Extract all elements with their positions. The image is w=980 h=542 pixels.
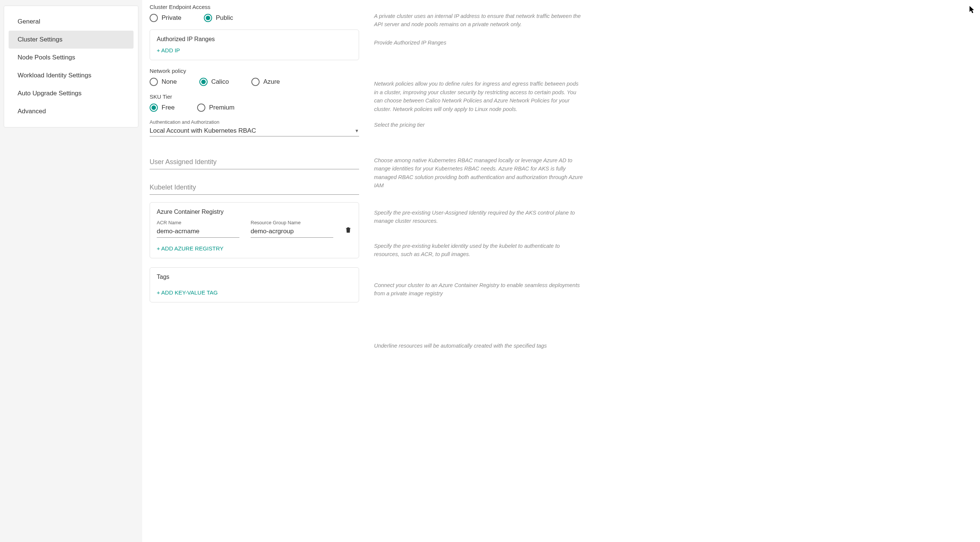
- radio-label-free: Free: [162, 104, 175, 111]
- cluster-endpoint-label: Cluster Endpoint Access: [150, 4, 359, 10]
- help-tags: Underline resources will be automaticall…: [374, 342, 584, 350]
- acr-name-input[interactable]: [157, 226, 239, 238]
- radio-sku-free[interactable]: Free: [150, 103, 175, 112]
- help-kubelet-identity: Specify the pre-existing kubelet identit…: [374, 242, 584, 259]
- sku-tier-label: SKU Tier: [150, 94, 359, 100]
- radio-label-calico: Calico: [212, 78, 229, 86]
- radio-endpoint-private[interactable]: Private: [150, 14, 181, 22]
- user-assigned-identity-input[interactable]: [150, 155, 359, 170]
- radio-network-azure[interactable]: Azure: [251, 78, 280, 86]
- sidebar-item-cluster-settings[interactable]: Cluster Settings: [9, 31, 134, 49]
- help-authorized-ip: Provide Authorized IP Ranges: [374, 38, 584, 47]
- radio-label-premium: Premium: [209, 104, 234, 111]
- radio-label-public: Public: [216, 14, 233, 22]
- add-azure-registry-button[interactable]: + ADD AZURE REGISTRY: [157, 245, 224, 252]
- radio-network-none[interactable]: None: [150, 78, 177, 86]
- help-network-policy: Network policies allow you to define rul…: [374, 79, 584, 113]
- authorized-ip-title: Authorized IP Ranges: [157, 36, 352, 43]
- trash-icon: [345, 226, 352, 234]
- sidebar-item-general[interactable]: General: [9, 13, 134, 31]
- radio-endpoint-public[interactable]: Public: [204, 14, 233, 22]
- radio-label-none: None: [162, 78, 177, 86]
- auth-value: Local Account with Kubernetes RBAC: [150, 127, 256, 135]
- cursor-icon: [969, 6, 975, 15]
- help-auth: Choose among native Kubernetes RBAC mana…: [374, 156, 584, 190]
- sidebar: General Cluster Settings Node Pools Sett…: [0, 0, 142, 542]
- delete-acr-button[interactable]: [345, 226, 352, 238]
- sidebar-item-workload-identity[interactable]: Workload Identity Settings: [9, 67, 134, 84]
- help-user-assigned-identity: Specify the pre-existing User-Assigned I…: [374, 209, 584, 225]
- acr-name-label: ACR Name: [157, 220, 239, 225]
- tags-title: Tags: [157, 274, 352, 281]
- add-tag-button[interactable]: + ADD KEY-VALUE TAG: [157, 289, 218, 296]
- acr-title: Azure Container Registry: [157, 209, 352, 215]
- add-ip-button[interactable]: + ADD IP: [157, 47, 180, 54]
- network-policy-label: Network policy: [150, 68, 359, 74]
- radio-sku-premium[interactable]: Premium: [197, 103, 234, 112]
- radio-label-private: Private: [162, 14, 181, 22]
- acr-group-input[interactable]: [251, 226, 333, 238]
- sidebar-item-node-pools[interactable]: Node Pools Settings: [9, 49, 134, 67]
- sidebar-item-auto-upgrade[interactable]: Auto Upgrade Settings: [9, 84, 134, 102]
- help-sku-tier: Select the pricing tier: [374, 121, 584, 129]
- auth-select[interactable]: Local Account with Kubernetes RBAC ▼: [150, 125, 359, 136]
- auth-label: Authentication and Authorization: [150, 119, 359, 125]
- help-cluster-endpoint: A private cluster uses an internal IP ad…: [374, 12, 584, 29]
- radio-label-azure: Azure: [263, 78, 280, 86]
- help-acr: Connect your cluster to an Azure Contain…: [374, 281, 584, 298]
- kubelet-identity-input[interactable]: [150, 181, 359, 195]
- radio-network-calico[interactable]: Calico: [199, 78, 229, 86]
- acr-group-label: Resource Group Name: [251, 220, 333, 225]
- chevron-down-icon: ▼: [355, 128, 359, 133]
- sidebar-item-advanced[interactable]: Advanced: [9, 102, 134, 120]
